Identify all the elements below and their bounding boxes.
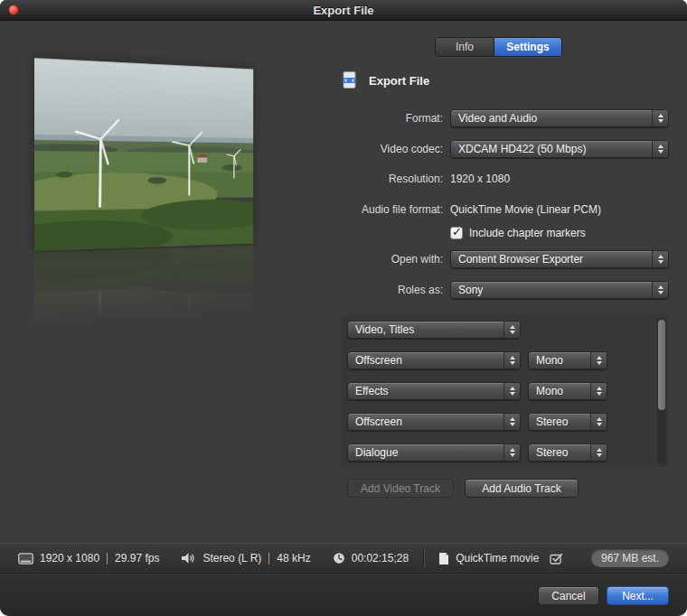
resolution-label: Resolution: [333,173,443,185]
add-audio-track-label: Add Audio Track [482,482,560,495]
format-row: Format: Video and Audio [333,109,669,127]
resolution-value: 1920 x 1080 [450,173,510,185]
open-with-label: Open with: [333,253,443,266]
format-select[interactable]: Video and Audio [450,109,669,127]
status-framerate: 29.97 fps [115,552,159,565]
open-with-value: Content Browser Exporter [451,253,652,266]
audio-format-value: QuickTime Movie (Linear PCM) [450,203,601,216]
roles-scrollbar-thumb[interactable] [658,320,665,410]
chapter-markers-checkbox[interactable]: ✓ [450,227,463,239]
popup-arrows-icon [590,444,607,461]
cancel-button[interactable]: Cancel [538,586,599,605]
roles-as-value: Sony [451,284,652,296]
status-file-type: QuickTime movie [456,552,539,565]
format-value: Video and Audio [451,112,652,125]
popup-arrows-icon [503,322,520,338]
open-with-row: Open with: Content Browser Exporter [333,250,669,268]
codec-label: Video codec: [333,143,443,155]
add-video-track-label: Add Video Track [361,482,440,495]
tab-info[interactable]: Info [436,38,494,56]
divider [423,550,424,566]
footer-bar: Cancel Next... [0,574,687,616]
chapter-markers-label: Include chapter markers [469,227,586,239]
tab-info-label: Info [456,41,474,53]
divider [107,553,108,565]
popup-arrows-icon [503,383,520,399]
open-with-select[interactable]: Content Browser Exporter [450,250,669,268]
format-label: Format: [333,112,443,125]
channel-value: Stereo [529,415,590,428]
speaker-icon [181,552,196,565]
add-video-track-button[interactable]: Add Video Track [347,479,454,498]
popup-arrows-icon [590,414,607,430]
export-settings-form: Export File Format: Video and Audio Vide… [333,69,669,313]
track-select-row-2[interactable]: Offscreen [347,351,521,369]
tab-bar: Info Settings [435,37,562,57]
audio-format-row: Audio file format: QuickTime Movie (Line… [333,201,669,219]
popup-arrows-icon [652,282,668,298]
video-preview [34,58,306,347]
track-value: Offscreen [348,415,503,428]
window-title: Export File [313,4,373,17]
preview-image [34,58,253,251]
cancel-label: Cancel [551,590,585,602]
track-select-video-titles[interactable]: Video, Titles [347,321,521,339]
roles-as-row: Roles as: Sony [333,281,669,299]
next-button[interactable]: Next... [607,586,669,605]
tab-settings[interactable]: Settings [494,38,561,56]
export-file-document-icon [340,70,360,90]
close-icon[interactable] [8,5,19,15]
checked-window-icon[interactable] [550,553,563,565]
popup-arrows-icon [503,444,520,461]
channel-select-row-3[interactable]: Mono [528,382,607,400]
popup-arrows-icon [590,383,607,399]
codec-value: XDCAM HD422 (50 Mbps) [451,143,652,155]
resolution-row: Resolution: 1920 x 1080 [333,170,669,188]
popup-arrows-icon [503,352,520,369]
roles-track-list: Video, Titles Offscreen Mono Effects Mon… [341,315,669,467]
channel-select-row-5[interactable]: Stereo [528,443,607,462]
chapter-markers-row: ✓ Include chapter markers [333,224,669,242]
track-value: Video, Titles [348,323,503,336]
track-select-row-3[interactable]: Effects [347,382,521,400]
channel-select-row-4[interactable]: Stereo [528,413,607,431]
popup-arrows-icon [590,352,607,369]
audio-format-label: Audio file format: [333,203,443,216]
titlebar: Export File [0,0,687,21]
track-select-row-5[interactable]: Dialogue [347,443,521,462]
popup-arrows-icon [652,141,668,157]
export-dialog-window: Export File Info Settings Export Fil [0,0,687,616]
channel-value: Mono [529,354,590,367]
channel-value: Mono [529,385,590,397]
channel-value: Stereo [529,446,590,459]
track-select-row-4[interactable]: Offscreen [347,413,521,431]
status-bar: 1920 x 1080 29.97 fps Stereo (L R) 48 kH… [0,543,687,574]
add-audio-track-button[interactable]: Add Audio Track [465,479,579,498]
video-codec-select[interactable]: XDCAM HD422 (50 Mbps) [450,140,669,158]
tab-settings-label: Settings [506,41,549,53]
divider [268,553,269,565]
status-resolution: 1920 x 1080 [40,552,99,565]
track-value: Offscreen [348,354,503,367]
status-timecode: 00:02:15;28 [352,552,409,565]
roles-as-label: Roles as: [333,284,443,296]
roles-scrollbar[interactable] [657,318,666,464]
display-icon [18,553,33,565]
channel-select-row-2[interactable]: Mono [528,351,607,369]
form-heading-label: Export File [369,74,429,88]
popup-arrows-icon [652,110,668,126]
next-label: Next... [622,590,654,602]
status-audio-channels: Stereo (L R) [202,552,261,565]
track-value: Effects [348,385,503,397]
popup-arrows-icon [652,251,668,267]
form-heading: Export File [340,70,429,90]
file-size-badge: 967 MB est. [591,549,669,567]
roles-as-select[interactable]: Sony [450,281,669,299]
track-value: Dialogue [348,446,503,459]
status-sample-rate: 48 kHz [277,552,310,565]
checkbox-check-icon: ✓ [452,225,462,238]
preview-reflection [34,245,253,336]
codec-row: Video codec: XDCAM HD422 (50 Mbps) [333,140,669,158]
document-icon [438,552,449,565]
popup-arrows-icon [503,414,520,430]
